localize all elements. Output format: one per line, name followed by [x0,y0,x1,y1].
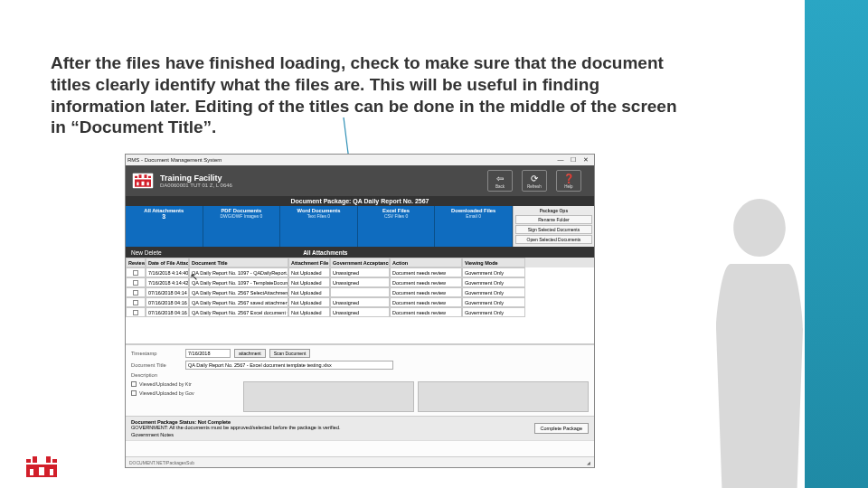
table-header-row: Review Date of File Attachment Document … [126,258,594,267]
row-checkbox[interactable] [126,287,146,297]
timestamp-label: Timestamp [131,351,182,356]
tab-pdf-documents[interactable]: PDF Documents DWG/DWF Images 0 [203,206,281,247]
facility-name: Training Facility [160,174,487,183]
facility-subtitle: DA0060001 TUT 01 Z, L 0646 [160,183,487,188]
col-review: Review [126,258,146,267]
mouse-cursor-icon: ↖ [190,271,198,283]
window-footer: DOCUMENT.NET/PackagesSub ◢ [126,456,594,467]
row-checkbox[interactable] [126,267,146,277]
col-viewing: Viewing Mode [462,258,525,267]
viewed-by-gov-checkbox[interactable]: Viewed/Uploaded by Gov [131,390,194,396]
tab-all-attachments[interactable]: All Attachments 3 [126,206,203,247]
cell: QA Daily Report No. 1097 - QADailyReport… [189,267,288,277]
section-left-actions[interactable]: New Delete [131,249,162,256]
usace-logo-icon [131,171,155,191]
cell: Unassigned [330,277,390,287]
preview-box-1 [243,381,414,412]
help-icon: ❓ [563,174,574,183]
cell [330,287,390,297]
table-row[interactable]: 07/16/2018 04:16 PMQA Daily Report No. 2… [126,307,594,317]
back-button[interactable]: ⇦ Back [487,170,513,192]
resize-grip-icon: ◢ [587,460,590,465]
table-blank-area [126,317,594,344]
col-action: Action [390,258,462,267]
col-gov-status: Government Acceptance Status [330,258,390,267]
doctitle-input[interactable] [185,361,393,370]
cell: Unassigned [330,267,390,277]
cell: QA Daily Report No. 2567 saved attachmen… [189,297,288,307]
col-date: Date of File Attachment [146,258,189,267]
timestamp-input[interactable] [185,349,231,358]
cell: Government Only [462,277,525,287]
cell: 7/16/2018 4:14:40 PM [146,267,189,277]
cell: QA Daily Report No. 1097 - TemplateDocum… [189,277,288,287]
rename-folder-button[interactable]: Rename Folder [515,215,592,224]
cell: Not Uploaded [288,307,330,317]
cell: Document needs review [390,307,462,317]
slide-accent-stripe [805,0,868,488]
cell: Document needs review [390,297,462,307]
preview-panels: Viewed/Uploaded by Ktr Viewed/Uploaded b… [131,381,589,412]
attachment-button[interactable]: attachment [234,349,266,358]
app-window: RMS - Document Management System — ☐ ✕ T… [125,154,595,468]
window-controls: — ☐ ✕ [556,156,592,164]
facility-block: Training Facility DA0060001 TUT 01 Z, L … [160,174,487,188]
col-title: Document Title [189,258,288,267]
package-status-note: GOVERNMENT: All the documents must be ap… [131,425,534,430]
cell: 07/16/2018 04:16 PM [146,307,189,317]
cell: Government Only [462,267,525,277]
corner-usace-logo [24,454,60,479]
gov-notes-label: Government Notes [131,432,534,437]
cell: Government Only [462,307,525,317]
cell: Not Uploaded [288,297,330,307]
cell: Document needs review [390,277,462,287]
comment-area [126,440,594,456]
tab-excel-files[interactable]: Excel Files CSV Files 0 [358,206,436,247]
svg-rect-6 [30,469,33,475]
cell: 07/16/2018 04:16 PM [146,297,189,307]
document-form: Timestamp attachment Scan Document Docum… [126,344,594,416]
svg-rect-8 [50,469,53,475]
window-title: RMS - Document Management System [127,157,556,163]
svg-rect-3 [137,183,138,186]
app-header: Training Facility DA0060001 TUT 01 Z, L … [126,165,594,196]
cell: QA Daily Report No. 2567 SelectAttachmen… [189,287,288,297]
footer-path: DOCUMENT.NET/PackagesSub [129,460,194,465]
back-arrow-icon: ⇦ [496,174,504,183]
svg-rect-7 [39,467,44,475]
viewed-by-ktr-checkbox[interactable]: Viewed/Uploaded by Ktr [131,381,192,387]
close-button[interactable]: ✕ [581,156,590,164]
maximize-button[interactable]: ☐ [569,156,578,164]
window-title-bar: RMS - Document Management System — ☐ ✕ [126,155,594,165]
refresh-icon: ⟳ [531,174,538,183]
cell: Unassigned [330,307,390,317]
section-bar: New Delete All Attachments [126,247,594,258]
package-status-bar: Document Package Status: Not Complete GO… [126,416,594,440]
refresh-button[interactable]: ⟳ Refresh [522,170,547,192]
scan-document-button[interactable]: Scan Document [269,349,311,358]
table-row[interactable]: 07/16/2018 04:16 PMQA Daily Report No. 2… [126,297,594,307]
row-checkbox[interactable] [126,277,146,287]
table-row[interactable]: 07/16/2018 04:14 PMQA Daily Report No. 2… [126,287,594,297]
tab-downloaded-files[interactable]: Downloaded Files Email 0 [435,206,513,247]
svg-rect-5 [147,183,149,186]
col-status: Attachment File Status [288,258,330,267]
row-checkbox[interactable] [126,307,146,317]
sign-selected-button[interactable]: Sign Selected Documents [515,225,592,234]
open-selected-button[interactable]: Open Selected Documents [515,235,592,244]
cell: 7/16/2018 4:14:42 PM [146,277,189,287]
description-label: Description [131,372,182,378]
help-button[interactable]: ❓ Help [556,170,581,192]
minimize-button[interactable]: — [556,156,565,164]
package-title-bar: Document Package: QA Daily Report No. 25… [126,196,594,206]
tab-word-documents[interactable]: Word Documents Text Files 0 [280,206,358,247]
row-checkbox[interactable] [126,297,146,307]
complete-package-button[interactable]: Complete Package [534,423,589,434]
instruction-text: After the files have finished loading, c… [51,52,696,138]
cell: Government Only [462,287,525,297]
cell: 07/16/2018 04:14 PM [146,287,189,297]
cell: Document needs review [390,287,462,297]
cell: QA Daily Report No. 2567 Excel document … [189,307,288,317]
attachment-tabs: All Attachments 3 PDF Documents DWG/DWF … [126,206,594,247]
cell: Document needs review [390,267,462,277]
